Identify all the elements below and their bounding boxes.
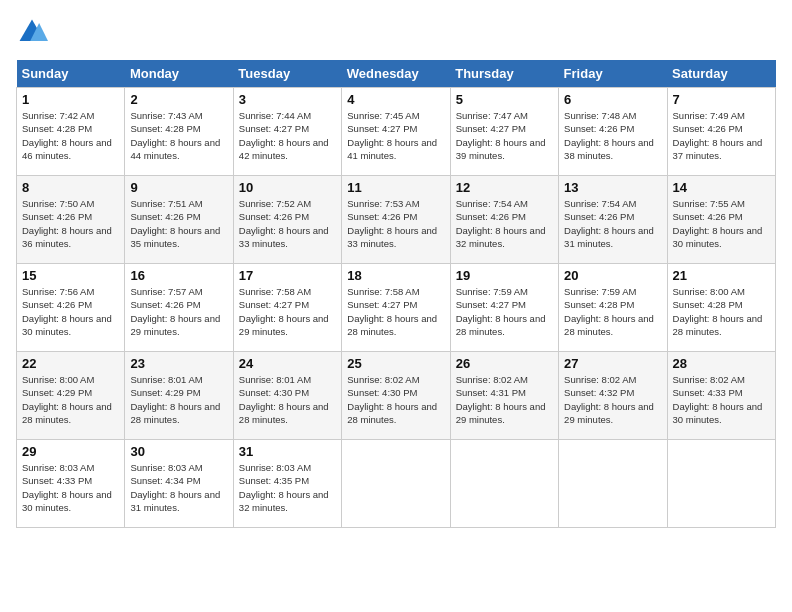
calendar-cell: 2Sunrise: 7:43 AMSunset: 4:28 PMDaylight… [125,88,233,176]
calendar-cell: 13Sunrise: 7:54 AMSunset: 4:26 PMDayligh… [559,176,667,264]
calendar-cell: 10Sunrise: 7:52 AMSunset: 4:26 PMDayligh… [233,176,341,264]
calendar-week-1: 1Sunrise: 7:42 AMSunset: 4:28 PMDaylight… [17,88,776,176]
calendar-cell: 20Sunrise: 7:59 AMSunset: 4:28 PMDayligh… [559,264,667,352]
day-number: 26 [456,356,553,371]
day-info: Sunrise: 8:01 AMSunset: 4:29 PMDaylight:… [130,373,227,426]
day-info: Sunrise: 7:48 AMSunset: 4:26 PMDaylight:… [564,109,661,162]
day-info: Sunrise: 7:59 AMSunset: 4:27 PMDaylight:… [456,285,553,338]
calendar-cell: 1Sunrise: 7:42 AMSunset: 4:28 PMDaylight… [17,88,125,176]
day-info: Sunrise: 8:02 AMSunset: 4:32 PMDaylight:… [564,373,661,426]
calendar-cell: 8Sunrise: 7:50 AMSunset: 4:26 PMDaylight… [17,176,125,264]
calendar-cell: 17Sunrise: 7:58 AMSunset: 4:27 PMDayligh… [233,264,341,352]
day-info: Sunrise: 7:45 AMSunset: 4:27 PMDaylight:… [347,109,444,162]
day-number: 21 [673,268,770,283]
day-info: Sunrise: 7:54 AMSunset: 4:26 PMDaylight:… [456,197,553,250]
day-number: 31 [239,444,336,459]
calendar-week-2: 8Sunrise: 7:50 AMSunset: 4:26 PMDaylight… [17,176,776,264]
calendar-cell: 16Sunrise: 7:57 AMSunset: 4:26 PMDayligh… [125,264,233,352]
calendar-cell: 31Sunrise: 8:03 AMSunset: 4:35 PMDayligh… [233,440,341,528]
day-number: 1 [22,92,119,107]
calendar-cell: 11Sunrise: 7:53 AMSunset: 4:26 PMDayligh… [342,176,450,264]
calendar-cell: 9Sunrise: 7:51 AMSunset: 4:26 PMDaylight… [125,176,233,264]
day-number: 25 [347,356,444,371]
calendar-cell: 21Sunrise: 8:00 AMSunset: 4:28 PMDayligh… [667,264,775,352]
day-info: Sunrise: 7:47 AMSunset: 4:27 PMDaylight:… [456,109,553,162]
day-number: 8 [22,180,119,195]
day-info: Sunrise: 8:00 AMSunset: 4:28 PMDaylight:… [673,285,770,338]
day-number: 13 [564,180,661,195]
day-info: Sunrise: 7:57 AMSunset: 4:26 PMDaylight:… [130,285,227,338]
day-info: Sunrise: 8:02 AMSunset: 4:33 PMDaylight:… [673,373,770,426]
calendar-cell: 22Sunrise: 8:00 AMSunset: 4:29 PMDayligh… [17,352,125,440]
day-info: Sunrise: 7:54 AMSunset: 4:26 PMDaylight:… [564,197,661,250]
col-wednesday: Wednesday [342,60,450,88]
day-info: Sunrise: 8:00 AMSunset: 4:29 PMDaylight:… [22,373,119,426]
calendar-cell: 24Sunrise: 8:01 AMSunset: 4:30 PMDayligh… [233,352,341,440]
col-monday: Monday [125,60,233,88]
day-number: 19 [456,268,553,283]
calendar-week-4: 22Sunrise: 8:00 AMSunset: 4:29 PMDayligh… [17,352,776,440]
calendar-cell [559,440,667,528]
calendar-cell: 5Sunrise: 7:47 AMSunset: 4:27 PMDaylight… [450,88,558,176]
day-info: Sunrise: 8:01 AMSunset: 4:30 PMDaylight:… [239,373,336,426]
day-info: Sunrise: 7:55 AMSunset: 4:26 PMDaylight:… [673,197,770,250]
day-info: Sunrise: 8:03 AMSunset: 4:34 PMDaylight:… [130,461,227,514]
day-info: Sunrise: 7:52 AMSunset: 4:26 PMDaylight:… [239,197,336,250]
day-number: 10 [239,180,336,195]
day-number: 18 [347,268,444,283]
col-tuesday: Tuesday [233,60,341,88]
day-info: Sunrise: 7:42 AMSunset: 4:28 PMDaylight:… [22,109,119,162]
day-number: 29 [22,444,119,459]
calendar-cell: 12Sunrise: 7:54 AMSunset: 4:26 PMDayligh… [450,176,558,264]
calendar-cell: 29Sunrise: 8:03 AMSunset: 4:33 PMDayligh… [17,440,125,528]
col-sunday: Sunday [17,60,125,88]
calendar-cell: 7Sunrise: 7:49 AMSunset: 4:26 PMDaylight… [667,88,775,176]
day-info: Sunrise: 7:58 AMSunset: 4:27 PMDaylight:… [239,285,336,338]
day-number: 16 [130,268,227,283]
calendar-cell: 15Sunrise: 7:56 AMSunset: 4:26 PMDayligh… [17,264,125,352]
day-number: 12 [456,180,553,195]
day-info: Sunrise: 7:50 AMSunset: 4:26 PMDaylight:… [22,197,119,250]
day-number: 11 [347,180,444,195]
day-number: 6 [564,92,661,107]
col-thursday: Thursday [450,60,558,88]
day-info: Sunrise: 7:49 AMSunset: 4:26 PMDaylight:… [673,109,770,162]
day-info: Sunrise: 7:43 AMSunset: 4:28 PMDaylight:… [130,109,227,162]
calendar-cell: 30Sunrise: 8:03 AMSunset: 4:34 PMDayligh… [125,440,233,528]
day-number: 15 [22,268,119,283]
day-number: 20 [564,268,661,283]
calendar-cell [667,440,775,528]
calendar-week-3: 15Sunrise: 7:56 AMSunset: 4:26 PMDayligh… [17,264,776,352]
day-info: Sunrise: 7:58 AMSunset: 4:27 PMDaylight:… [347,285,444,338]
day-info: Sunrise: 8:02 AMSunset: 4:30 PMDaylight:… [347,373,444,426]
calendar-cell: 19Sunrise: 7:59 AMSunset: 4:27 PMDayligh… [450,264,558,352]
calendar-cell: 3Sunrise: 7:44 AMSunset: 4:27 PMDaylight… [233,88,341,176]
day-number: 2 [130,92,227,107]
calendar-cell: 14Sunrise: 7:55 AMSunset: 4:26 PMDayligh… [667,176,775,264]
day-number: 5 [456,92,553,107]
header-row: Sunday Monday Tuesday Wednesday Thursday… [17,60,776,88]
day-info: Sunrise: 8:03 AMSunset: 4:35 PMDaylight:… [239,461,336,514]
day-info: Sunrise: 8:02 AMSunset: 4:31 PMDaylight:… [456,373,553,426]
day-number: 30 [130,444,227,459]
calendar-cell: 28Sunrise: 8:02 AMSunset: 4:33 PMDayligh… [667,352,775,440]
day-info: Sunrise: 7:44 AMSunset: 4:27 PMDaylight:… [239,109,336,162]
calendar-week-5: 29Sunrise: 8:03 AMSunset: 4:33 PMDayligh… [17,440,776,528]
calendar-cell: 25Sunrise: 8:02 AMSunset: 4:30 PMDayligh… [342,352,450,440]
day-number: 4 [347,92,444,107]
day-info: Sunrise: 8:03 AMSunset: 4:33 PMDaylight:… [22,461,119,514]
col-saturday: Saturday [667,60,775,88]
day-number: 28 [673,356,770,371]
day-number: 17 [239,268,336,283]
day-number: 27 [564,356,661,371]
calendar-cell: 6Sunrise: 7:48 AMSunset: 4:26 PMDaylight… [559,88,667,176]
day-info: Sunrise: 7:53 AMSunset: 4:26 PMDaylight:… [347,197,444,250]
calendar-cell: 4Sunrise: 7:45 AMSunset: 4:27 PMDaylight… [342,88,450,176]
calendar-cell [342,440,450,528]
calendar-table: Sunday Monday Tuesday Wednesday Thursday… [16,60,776,528]
calendar-cell [450,440,558,528]
page-header [16,16,776,48]
logo [16,16,52,48]
day-number: 9 [130,180,227,195]
day-info: Sunrise: 7:51 AMSunset: 4:26 PMDaylight:… [130,197,227,250]
